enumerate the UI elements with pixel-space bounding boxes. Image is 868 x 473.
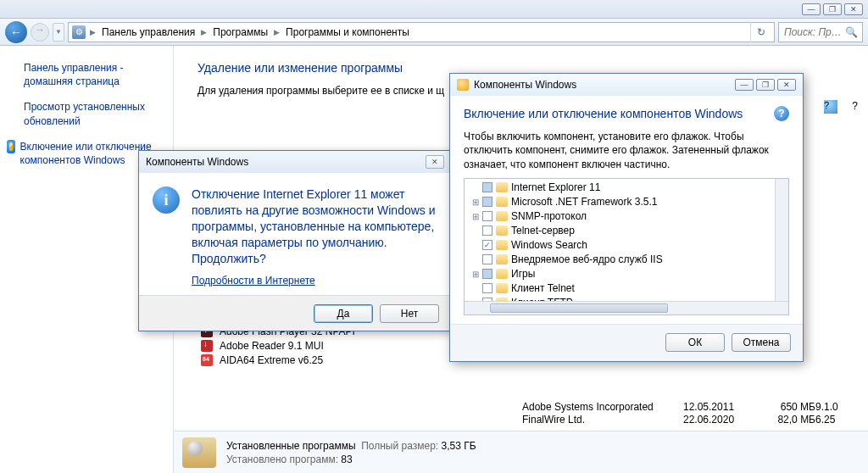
window-icon bbox=[457, 79, 469, 91]
features-heading: Включение или отключение компонентов Win… bbox=[464, 106, 789, 121]
tree-item[interactable]: ⊞Игры bbox=[465, 267, 788, 281]
tree-item[interactable]: ⊞Microsoft .NET Framework 3.5.1 bbox=[465, 195, 788, 209]
tree-item[interactable]: Внедряемое веб-ядро служб IIS bbox=[465, 253, 788, 267]
close-button[interactable] bbox=[777, 79, 796, 91]
help-icon[interactable]: ? bbox=[852, 100, 858, 112]
checkbox-icon[interactable] bbox=[482, 269, 492, 279]
no-button[interactable]: Нет bbox=[380, 304, 439, 323]
breadcrumb-seg-1[interactable]: Панель управления bbox=[100, 26, 197, 38]
program-name: AIDA64 Extreme v6.25 bbox=[220, 354, 323, 366]
tree-item-label: Внедряемое веб-ядро служб IIS bbox=[511, 253, 663, 265]
info-icon: i bbox=[153, 186, 180, 214]
tree-item-label: Telnet-сервер bbox=[511, 225, 575, 236]
yes-button[interactable]: Да bbox=[314, 304, 373, 323]
breadcrumb-bar[interactable]: ⚙ ▶ Панель управления ▶ Программы ▶ Прог… bbox=[68, 22, 775, 42]
refresh-icon[interactable]: ↻ bbox=[750, 22, 771, 42]
tree-item-label: SNMP-протокол bbox=[511, 210, 587, 222]
vertical-scrollbar[interactable] bbox=[775, 179, 788, 301]
tree-item[interactable]: Internet Explorer 11 bbox=[465, 181, 788, 195]
expand-icon[interactable]: ⊞ bbox=[471, 198, 479, 207]
close-button[interactable] bbox=[844, 3, 863, 15]
navigation-bar: ← → ▼ ⚙ ▶ Панель управления ▶ Программы … bbox=[0, 19, 868, 46]
publisher-cell: Adobe Systems Incorporated bbox=[522, 401, 683, 413]
checkbox-icon[interactable] bbox=[482, 283, 492, 293]
date-cell: 12.05.2011 bbox=[683, 401, 756, 413]
tree-item[interactable]: Telnet-сервер bbox=[465, 224, 788, 238]
expand-icon[interactable]: ⊞ bbox=[471, 212, 479, 221]
horizontal-scrollbar[interactable] bbox=[465, 301, 788, 314]
checkbox-icon[interactable] bbox=[482, 225, 492, 236]
tree-item[interactable]: ⊞SNMP-протокол bbox=[465, 209, 788, 224]
status-count-value: 83 bbox=[341, 454, 352, 465]
search-input[interactable] bbox=[782, 25, 842, 39]
checkbox-icon[interactable] bbox=[482, 254, 492, 264]
maximize-button[interactable] bbox=[756, 79, 775, 91]
dialog-close-button[interactable]: ✕ bbox=[426, 155, 444, 169]
app-icon bbox=[201, 354, 213, 366]
help-icon[interactable]: ? bbox=[824, 100, 837, 114]
folder-icon bbox=[496, 211, 508, 221]
checkbox-icon[interactable] bbox=[482, 182, 492, 192]
minimize-button[interactable] bbox=[802, 3, 821, 15]
confirm-dialog: Компоненты Windows ✕ i Отключение Intern… bbox=[138, 150, 452, 331]
dialog-titlebar[interactable]: Компоненты Windows bbox=[450, 74, 803, 96]
maximize-button[interactable] bbox=[823, 3, 842, 15]
features-dialog: Компоненты Windows ? Включение или отклю… bbox=[449, 73, 804, 362]
nav-back-button[interactable]: ← bbox=[5, 21, 27, 43]
app-icon bbox=[201, 340, 213, 352]
sidebar-link-home[interactable]: Панель управления - домашняя страница bbox=[24, 61, 163, 88]
breadcrumb-seg-2[interactable]: Программы bbox=[211, 26, 270, 38]
dialog-message: Отключение Internet Explorer 11 может по… bbox=[192, 186, 437, 266]
ok-button[interactable]: ОК bbox=[665, 333, 725, 352]
minimize-button[interactable] bbox=[735, 79, 754, 91]
dialog-titlebar[interactable]: Компоненты Windows ✕ bbox=[139, 151, 451, 173]
program-name: Adobe Reader 9.1 MUI bbox=[220, 340, 324, 352]
features-description: Чтобы включить компонент, установите его… bbox=[464, 130, 789, 171]
version-cell: 9.1.0 bbox=[815, 401, 858, 413]
cancel-button[interactable]: Отмена bbox=[732, 333, 791, 352]
shield-icon bbox=[7, 140, 15, 153]
date-cell: 22.06.2020 bbox=[683, 414, 756, 426]
window-titlebar bbox=[0, 0, 868, 19]
size-cell: 82,0 МБ bbox=[756, 414, 815, 426]
checkbox-icon[interactable] bbox=[482, 240, 492, 250]
tree-item-label: Клиент Telnet bbox=[511, 282, 575, 294]
checkbox-icon[interactable] bbox=[482, 211, 492, 221]
tree-item-label: Windows Search bbox=[511, 239, 587, 251]
scrollbar-thumb[interactable] bbox=[490, 303, 668, 313]
tree-item-label: Microsoft .NET Framework 3.5.1 bbox=[511, 196, 658, 208]
status-total-label: Полный размер: bbox=[361, 440, 438, 452]
folder-icon bbox=[496, 240, 508, 250]
dialog-title: Компоненты Windows bbox=[146, 156, 248, 168]
tree-item-label: Игры bbox=[511, 268, 535, 280]
status-total-value: 3,53 ГБ bbox=[442, 440, 476, 452]
help-icon[interactable]: ? bbox=[774, 106, 789, 121]
tree-item[interactable]: Клиент Telnet bbox=[465, 281, 788, 296]
chevron-right-icon: ▶ bbox=[87, 28, 98, 36]
folder-icon bbox=[496, 283, 508, 293]
nav-history-dropdown[interactable]: ▼ bbox=[53, 23, 64, 42]
chevron-right-icon: ▶ bbox=[198, 28, 209, 36]
size-cell: 650 МБ bbox=[756, 401, 815, 413]
version-cell: 6.25 bbox=[815, 414, 858, 426]
folder-icon bbox=[496, 225, 508, 236]
checkbox-icon[interactable] bbox=[482, 197, 492, 207]
folder-icon bbox=[496, 269, 508, 279]
chevron-right-icon: ▶ bbox=[271, 28, 282, 36]
folder-icon bbox=[496, 197, 508, 207]
nav-forward-button: → bbox=[31, 23, 49, 42]
folder-icon bbox=[496, 182, 508, 192]
program-details-columns: Adobe Systems Incorporated 12.05.2011 65… bbox=[522, 401, 858, 426]
expand-icon[interactable]: ⊞ bbox=[471, 270, 479, 279]
search-icon[interactable]: 🔍 bbox=[845, 26, 858, 38]
publisher-cell: FinalWire Ltd. bbox=[522, 414, 683, 426]
sidebar-link-updates[interactable]: Просмотр установленных обновлений bbox=[24, 100, 163, 127]
details-online-link[interactable]: Подробности в Интернете bbox=[192, 275, 315, 287]
tree-item[interactable]: Windows Search bbox=[465, 238, 788, 253]
programs-icon bbox=[182, 437, 216, 468]
search-box[interactable]: 🔍 bbox=[778, 22, 863, 42]
control-panel-icon: ⚙ bbox=[72, 25, 86, 39]
features-tree[interactable]: Internet Explorer 11 ⊞Microsoft .NET Fra… bbox=[464, 178, 789, 315]
tree-item-label: Internet Explorer 11 bbox=[511, 181, 600, 193]
breadcrumb-seg-3[interactable]: Программы и компоненты bbox=[284, 26, 411, 38]
